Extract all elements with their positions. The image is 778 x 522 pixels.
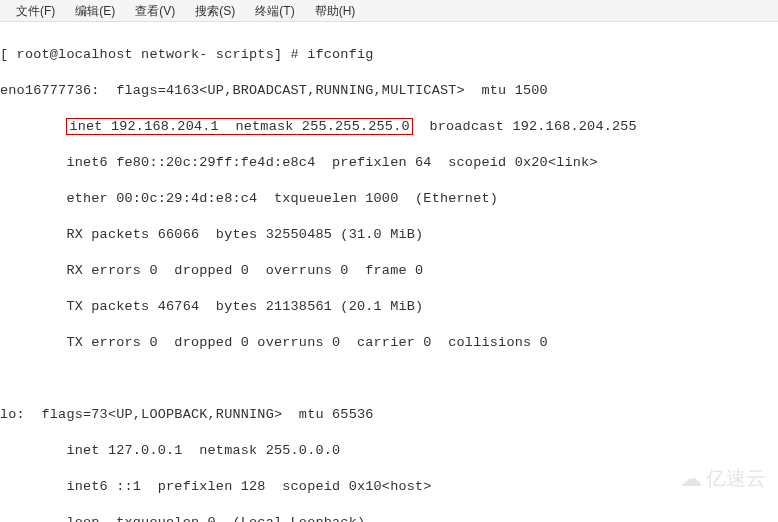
menu-file[interactable]: 文件(F) <box>6 2 65 19</box>
menu-edit[interactable]: 编辑(E) <box>65 2 125 19</box>
eno-inet-broadcast: broadcast 192.168.204.255 <box>413 119 637 134</box>
eno-rx-errors: RX errors 0 dropped 0 overruns 0 frame 0 <box>0 262 772 280</box>
lo-inet6: inet6 ::1 prefixlen 128 scopeid 0x10<hos… <box>0 478 772 496</box>
menubar: 文件(F) 编辑(E) 查看(V) 搜索(S) 终端(T) 帮助(H) <box>0 0 778 22</box>
eno-inet6: inet6 fe80::20c:29ff:fe4d:e8c4 prefixlen… <box>0 154 772 172</box>
lo-header: lo: flags=73<UP,LOOPBACK,RUNNING> mtu 65… <box>0 406 772 424</box>
prompt-line-1: [ root@localhost network- scripts] # ifc… <box>0 46 772 64</box>
eno-rx-packets: RX packets 66066 bytes 32550485 (31.0 Mi… <box>0 226 772 244</box>
eno-ether: ether 00:0c:29:4d:e8:c4 txqueuelen 1000 … <box>0 190 772 208</box>
eno-inet-indent <box>0 119 66 134</box>
lo-loop: loop txqueuelen 0 (Local Loopback) <box>0 514 772 522</box>
menu-help[interactable]: 帮助(H) <box>305 2 366 19</box>
eno-tx-errors: TX errors 0 dropped 0 overruns 0 carrier… <box>0 334 772 352</box>
menu-view[interactable]: 查看(V) <box>125 2 185 19</box>
eno-header: eno16777736: flags=4163<UP,BROADCAST,RUN… <box>0 82 772 100</box>
watermark-text: 亿速云 <box>706 465 766 492</box>
cloud-icon: ☁ <box>680 466 702 492</box>
watermark: ☁ 亿速云 <box>680 465 766 492</box>
menu-terminal[interactable]: 终端(T) <box>245 2 304 19</box>
blank-1 <box>0 370 772 388</box>
eno-inet: inet 192.168.204.1 netmask 255.255.255.0… <box>0 118 772 136</box>
terminal-output[interactable]: [ root@localhost network- scripts] # ifc… <box>0 22 778 522</box>
eno-tx-packets: TX packets 46764 bytes 21138561 (20.1 Mi… <box>0 298 772 316</box>
eno-inet-highlight: inet 192.168.204.1 netmask 255.255.255.0 <box>66 118 412 135</box>
menu-search[interactable]: 搜索(S) <box>185 2 245 19</box>
lo-inet: inet 127.0.0.1 netmask 255.0.0.0 <box>0 442 772 460</box>
